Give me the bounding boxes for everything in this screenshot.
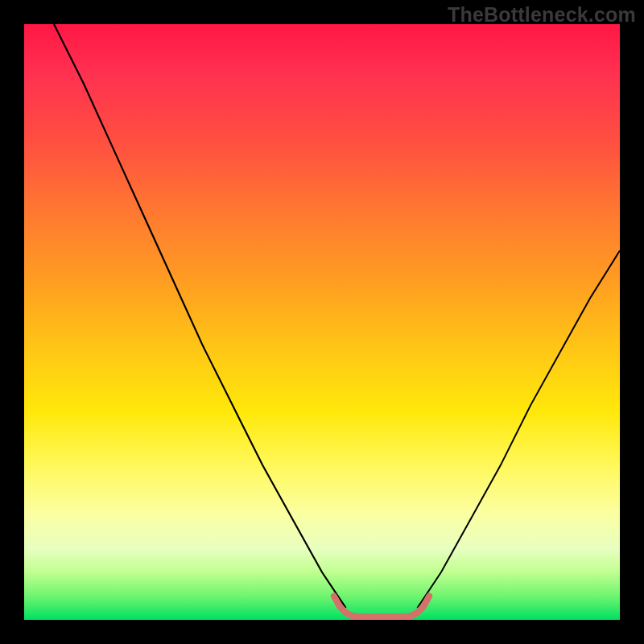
plot-svg (24, 24, 620, 620)
curve-left (54, 24, 346, 608)
curve-right (417, 250, 620, 608)
chart-frame: TheBottleneck.com (0, 0, 644, 644)
bottom-bracket (334, 596, 429, 617)
watermark-text: TheBottleneck.com (448, 3, 636, 27)
plot-area (24, 24, 620, 620)
